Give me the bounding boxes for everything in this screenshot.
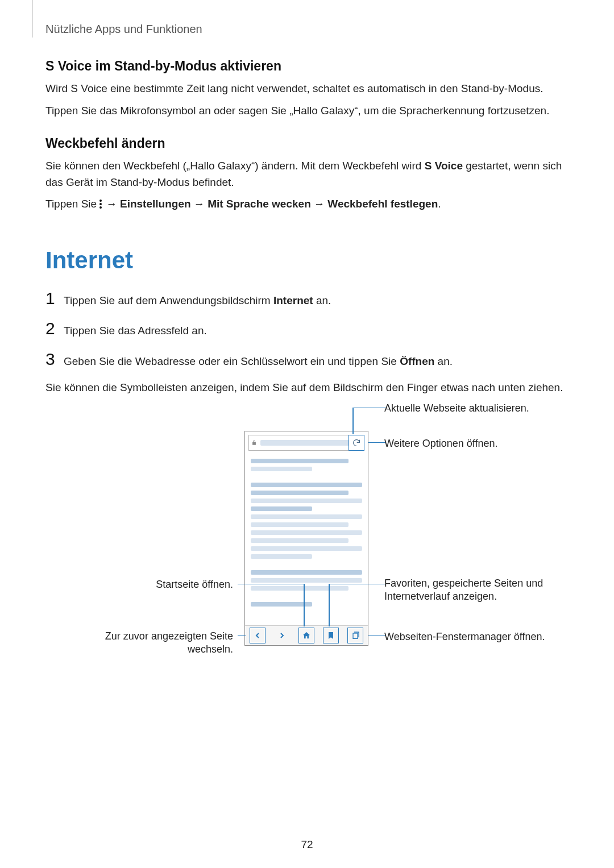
- tabs-icon: [351, 631, 360, 640]
- bookmarks-button[interactable]: [323, 628, 339, 643]
- paragraph: Sie können den Weckbefehl („Hallo Galaxy…: [45, 158, 569, 190]
- heading-internet: Internet: [45, 247, 569, 274]
- refresh-button[interactable]: [349, 435, 364, 451]
- lock-icon: [251, 439, 257, 446]
- callout-refresh: Aktuelle Webseite aktualisieren.: [384, 402, 529, 415]
- callout-home: Startseite öffnen.: [114, 578, 233, 591]
- text: an.: [313, 294, 331, 306]
- callout-more-options: Weitere Optionen öffnen.: [384, 437, 497, 450]
- subheading-wake-command: Weckbefehl ändern: [45, 136, 569, 151]
- text: Tippen Sie auf dem Anwendungsbildschirm: [64, 294, 273, 306]
- page-number: 72: [0, 838, 614, 851]
- paragraph: Tippen Sie das Mikrofonsymbol an oder sa…: [45, 103, 569, 119]
- step-number: 3: [45, 350, 64, 369]
- list-item: 2 Tippen Sie das Adressfeld an.: [45, 319, 569, 339]
- paragraph: Sie können die Symbolleisten anzeigen, i…: [45, 380, 569, 396]
- home-button[interactable]: [298, 628, 314, 643]
- text-bold: Mit Sprache wecken: [208, 198, 311, 210]
- step-number: 1: [45, 289, 64, 308]
- svg-rect-0: [353, 633, 358, 638]
- home-icon: [302, 631, 311, 640]
- arrow-text: →: [103, 198, 120, 210]
- text: an.: [434, 355, 453, 367]
- phone-mockup: [244, 431, 368, 646]
- paragraph: Tippen Sie → Einstellungen → Mit Sprache…: [45, 196, 569, 213]
- text-bold: Weckbefehl festlegen: [327, 198, 438, 210]
- paragraph: Wird S Voice eine bestimmte Zeit lang ni…: [45, 81, 569, 97]
- address-bar[interactable]: [248, 435, 364, 451]
- arrow-text: →: [191, 198, 208, 210]
- text: Tippen Sie: [45, 198, 99, 210]
- step-number: 2: [45, 319, 64, 338]
- bottom-toolbar: [245, 625, 368, 645]
- back-button[interactable]: [250, 628, 265, 643]
- list-item: 3 Geben Sie die Webadresse oder ein Schl…: [45, 350, 569, 370]
- address-placeholder: [260, 440, 362, 446]
- browser-diagram: Aktuelle Webseite aktualisieren. Weitere…: [45, 408, 569, 652]
- list-item: 1 Tippen Sie auf dem Anwendungsbildschir…: [45, 289, 569, 309]
- text: Sie können den Weckbefehl („Hallo Galaxy…: [45, 160, 425, 172]
- breadcrumb: Nützliche Apps und Funktionen: [45, 23, 569, 36]
- text: Geben Sie die Webadresse oder ein Schlüs…: [64, 355, 400, 367]
- subheading-svoice-standby: S Voice im Stand-by-Modus aktivieren: [45, 59, 569, 74]
- callout-bookmarks: Favoriten, gespeicherte Seiten und Inter…: [384, 577, 566, 604]
- callout-tabs: Webseiten-Fenstermanager öffnen.: [384, 630, 545, 643]
- text: .: [438, 198, 441, 210]
- forward-button[interactable]: [274, 628, 290, 643]
- page-content-placeholder: [251, 455, 362, 610]
- text-bold: Internet: [273, 294, 313, 306]
- vertical-dots-icon: [99, 198, 103, 210]
- callout-back: Zur zuvor angezeigten Seite wechseln.: [85, 630, 233, 657]
- text-bold: Einstellungen: [120, 198, 191, 210]
- chevron-right-icon: [277, 631, 287, 640]
- refresh-icon: [352, 438, 361, 447]
- text-bold: Öffnen: [400, 355, 434, 367]
- arrow-text: →: [311, 198, 328, 210]
- tabs-button[interactable]: [347, 628, 363, 643]
- text: Tippen Sie das Adressfeld an.: [64, 323, 207, 339]
- chevron-left-icon: [253, 631, 262, 640]
- bookmark-icon: [326, 631, 335, 640]
- text-bold: S Voice: [425, 160, 463, 172]
